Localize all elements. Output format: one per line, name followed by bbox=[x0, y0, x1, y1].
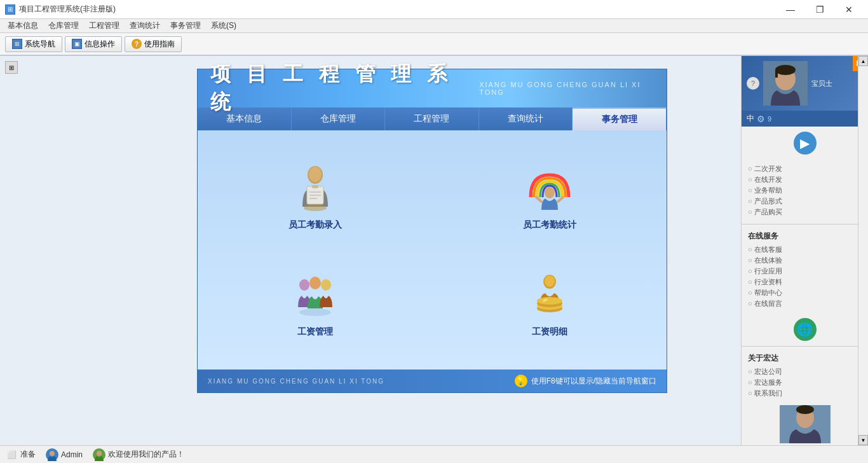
menu-affairs[interactable]: 事务管理 bbox=[165, 19, 206, 32]
svg-point-14 bbox=[299, 308, 331, 316]
menu-query[interactable]: 查询统计 bbox=[125, 19, 165, 32]
svg-point-30 bbox=[50, 451, 55, 456]
svg-point-1 bbox=[309, 167, 322, 182]
link-online-dev[interactable]: 在线开发 bbox=[748, 174, 862, 185]
menu-basic-info[interactable]: 基本信息 bbox=[3, 19, 43, 32]
info-op-button[interactable]: ▣ 信息操作 bbox=[65, 36, 122, 52]
nav-mini-icon[interactable]: ⊞ bbox=[5, 61, 18, 74]
menu-attendance-stats[interactable]: 员工考勤统计 bbox=[432, 143, 667, 250]
menu-salary-mgmt[interactable]: 工资管理 bbox=[198, 250, 432, 357]
link-industry-resource[interactable]: 行业资料 bbox=[748, 277, 862, 287]
link-online-comment[interactable]: 在线留言 bbox=[748, 298, 862, 309]
scroll-down-button[interactable]: ▼ bbox=[858, 435, 868, 445]
link-industry-app[interactable]: 行业应用 bbox=[748, 266, 862, 277]
link-online-experience[interactable]: 在线体验 bbox=[748, 255, 862, 266]
svg-point-28 bbox=[796, 405, 814, 414]
info-op-label: 信息操作 bbox=[85, 39, 115, 50]
divider-2 bbox=[742, 346, 868, 347]
online-service-title: 在线服务 bbox=[748, 231, 862, 242]
ready-text: 准备 bbox=[20, 449, 36, 460]
panel-title-en: XIANG MU GONG CHENG GUAN LI XI TONG bbox=[479, 81, 654, 96]
main-scrollbar: ▲ ▼ bbox=[858, 56, 868, 445]
tab-affairs[interactable]: 事务管理 bbox=[573, 107, 667, 130]
svg-line-9 bbox=[536, 197, 541, 202]
settings-icon[interactable]: ⚙ bbox=[757, 114, 765, 124]
bottom-person bbox=[742, 403, 868, 445]
menu-engineering[interactable]: 工程管理 bbox=[84, 19, 125, 32]
panel-header: 项 目 工 程 管 理 系 统 XIANG MU GONG CHENG GUAN… bbox=[198, 69, 667, 107]
main-area: ⊞ 项 目 工 程 管 理 系 统 XIANG MU GONG CHENG GU… bbox=[0, 56, 868, 445]
panel-content: 员工考勤录入 bbox=[198, 130, 667, 370]
panel-footer: XIANG MU GONG CHENG GUAN LI XI TONG 💡 使用… bbox=[198, 370, 667, 392]
svg-point-13 bbox=[321, 279, 331, 291]
person-avatar bbox=[763, 61, 808, 106]
tab-basic-info[interactable]: 基本信息 bbox=[198, 107, 292, 130]
attendance-stats-icon-container bbox=[524, 162, 575, 213]
hint-icon: 💡 bbox=[515, 375, 527, 387]
link-service[interactable]: 宏达服务 bbox=[748, 377, 862, 388]
svg-rect-3 bbox=[312, 185, 318, 188]
footer-text: XIANG MU GONG CHENG GUAN LI XI TONG bbox=[208, 378, 384, 385]
link-biz-help[interactable]: 业务帮助 bbox=[748, 185, 862, 196]
menu-warehouse[interactable]: 仓库管理 bbox=[43, 19, 84, 32]
toolbar: ⊞ 系统导航 ▣ 信息操作 ? 使用指南 bbox=[0, 33, 868, 56]
welcome-icon bbox=[93, 448, 105, 461]
guide-icon: ? bbox=[132, 39, 142, 49]
svg-point-24 bbox=[775, 65, 796, 75]
link-product-form[interactable]: 产品形式 bbox=[748, 196, 862, 207]
settings-row: 中 ⚙ 9 bbox=[742, 111, 868, 127]
bottom-person-image bbox=[780, 405, 831, 443]
arrow-icon: ▶ bbox=[800, 135, 810, 151]
ready-icon: ⬜ bbox=[5, 448, 18, 461]
globe-button[interactable]: 🌐 bbox=[794, 318, 817, 341]
guide-button[interactable]: ? 使用指南 bbox=[125, 36, 182, 52]
link-company[interactable]: 宏达公司 bbox=[748, 366, 862, 377]
bottom-img-svg bbox=[780, 405, 831, 443]
tab-warehouse[interactable]: 仓库管理 bbox=[292, 107, 386, 130]
link-contact[interactable]: 联系我们 bbox=[748, 388, 862, 399]
close-button[interactable]: ✕ bbox=[835, 0, 863, 19]
tab-query[interactable]: 查询统计 bbox=[479, 107, 573, 130]
svg-point-20 bbox=[537, 297, 562, 305]
welcome-text: 欢迎使用我们的产品！ bbox=[108, 449, 184, 460]
salary-mgmt-icon bbox=[293, 269, 337, 320]
welcome-avatar bbox=[93, 448, 105, 461]
arrow-button[interactable]: ▶ bbox=[794, 132, 817, 155]
link-secondary-dev[interactable]: 二次开发 bbox=[748, 163, 862, 174]
menu-attendance-entry[interactable]: 员工考勤录入 bbox=[198, 143, 432, 250]
title-bar-left: ⊞ 项目工程管理系统(非注册版) bbox=[5, 4, 116, 15]
right-section-dev: 二次开发 在线开发 业务帮助 产品形式 产品购买 bbox=[742, 160, 868, 221]
app-icon: ⊞ bbox=[5, 4, 15, 15]
avatar-image bbox=[763, 61, 808, 106]
menu-bar: 基本信息 仓库管理 工程管理 查询统计 事务管理 系统(S) bbox=[0, 19, 868, 33]
status-ready: ⬜ 准备 bbox=[5, 448, 36, 461]
attendance-entry-icon-container bbox=[290, 162, 341, 213]
right-panel: ? 宝贝士 84 中 ⚙ 9 bbox=[741, 56, 868, 445]
svg-point-12 bbox=[309, 277, 321, 289]
settings-text: 9 bbox=[768, 115, 771, 123]
nav-button[interactable]: ⊞ 系统导航 bbox=[5, 36, 62, 52]
menu-salary-detail[interactable]: 工资明细 bbox=[432, 250, 667, 357]
salary-mgmt-label: 工资管理 bbox=[297, 326, 333, 338]
admin-avatar bbox=[46, 448, 58, 461]
hint-text: 使用F8键可以显示/隐藏当前导航窗口 bbox=[531, 376, 656, 387]
minimize-button[interactable]: — bbox=[776, 0, 804, 19]
help-circle[interactable]: ? bbox=[747, 77, 759, 90]
person-info: 宝贝士 bbox=[811, 79, 832, 88]
link-online-support[interactable]: 在线客服 bbox=[748, 244, 862, 255]
salary-mgmt-icon-container bbox=[290, 269, 341, 320]
divider-1 bbox=[742, 224, 868, 225]
tab-engineering[interactable]: 工程管理 bbox=[385, 107, 479, 130]
svg-point-32 bbox=[97, 451, 102, 456]
link-help-center[interactable]: 帮助中心 bbox=[748, 287, 862, 298]
admin-text: Admin bbox=[61, 450, 83, 459]
attendance-entry-icon bbox=[293, 162, 337, 213]
link-product-buy[interactable]: 产品购买 bbox=[748, 207, 862, 218]
salary-detail-label: 工资明细 bbox=[532, 326, 567, 338]
maximize-button[interactable]: ❐ bbox=[806, 0, 834, 19]
scroll-up-button[interactable]: ▲ bbox=[858, 56, 868, 66]
attendance-stats-icon bbox=[527, 162, 572, 213]
menu-system[interactable]: 系统(S) bbox=[206, 19, 241, 32]
person-name: 宝贝士 bbox=[811, 79, 832, 88]
status-welcome: 欢迎使用我们的产品！ bbox=[93, 448, 184, 461]
